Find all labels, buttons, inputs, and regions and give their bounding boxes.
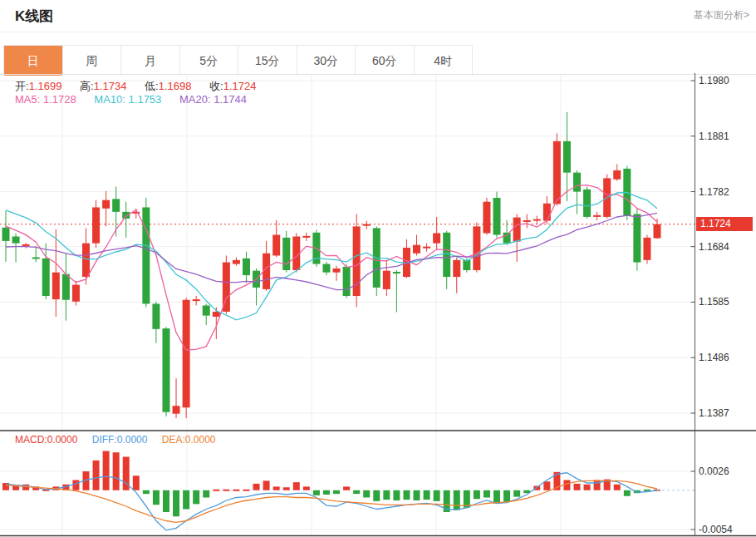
fundamental-analysis-link[interactable]: 基本面分析>: [694, 8, 749, 22]
candle-body: [183, 300, 190, 408]
tab-60min[interactable]: 60分: [356, 46, 415, 76]
tab-month[interactable]: 月: [121, 46, 180, 76]
close-label: 收:: [209, 80, 223, 92]
candle-body: [62, 274, 70, 300]
candle-body: [473, 226, 480, 270]
ma-line-20: [6, 213, 657, 289]
macd-readout: MACD:0.0000 DIFF:0.0000 DEA:0.0000: [15, 434, 227, 446]
macd-bar: [363, 490, 370, 498]
candle-body: [393, 272, 400, 273]
candle-body: [282, 238, 290, 270]
tab-4hour[interactable]: 4时: [415, 46, 474, 76]
low-value: 1.1698: [159, 80, 192, 92]
kline-chart[interactable]: 1.19801.18811.17821.16841.15851.14861.13…: [0, 73, 756, 537]
period-tabbar: 日 周 月 5分 15分 30分 60分 4时: [3, 45, 473, 75]
candle-body: [52, 273, 60, 299]
macd-bar: [313, 490, 320, 495]
macd-bar: [143, 490, 150, 494]
macd-bar: [353, 490, 360, 494]
macd-bar: [393, 490, 400, 500]
candle-body: [142, 207, 150, 303]
open-value: 1.1699: [29, 80, 62, 92]
ma5-value: 1.1728: [43, 93, 76, 106]
y-axis-label: 1.1585: [699, 296, 729, 308]
macd-axis-label: 0.0026: [699, 466, 729, 477]
macd-bar: [594, 480, 601, 490]
macd-bar: [283, 487, 290, 490]
macd-bar: [373, 490, 380, 501]
candle-body: [573, 173, 581, 192]
header-divider: [0, 32, 756, 32]
candle-body: [513, 218, 521, 242]
macd-bar: [173, 490, 179, 517]
candle-body: [593, 215, 601, 217]
candle-body: [72, 285, 80, 302]
candle-body: [423, 247, 430, 249]
tab-15min[interactable]: 15分: [238, 46, 297, 76]
macd-bar: [434, 490, 440, 501]
macd-bar: [223, 490, 229, 491]
candle-body: [42, 259, 50, 296]
macd-bar: [253, 484, 260, 490]
candle-body: [152, 303, 160, 328]
candle-body: [233, 260, 240, 264]
macd-bar: [72, 480, 79, 490]
price-axis: 1.19801.18811.17821.16841.15851.14861.13…: [691, 73, 734, 536]
macd-bar: [403, 490, 410, 500]
macd-bar: [153, 490, 160, 505]
candle-body: [22, 244, 30, 246]
candle-body: [102, 200, 110, 209]
candle-body: [533, 219, 541, 221]
candle-body: [553, 141, 561, 204]
candle-body: [493, 198, 501, 235]
macd-bar: [543, 481, 550, 490]
ma-lines-layer: [6, 185, 657, 351]
ma20-label: MA20:: [179, 93, 211, 106]
macd-bar: [574, 484, 581, 490]
macd-bar: [383, 490, 390, 500]
candle-body: [333, 268, 341, 273]
ma10-value: 1.1753: [129, 93, 162, 106]
macd-bar: [193, 490, 199, 505]
candle-body: [654, 224, 661, 239]
macd-bar: [163, 490, 169, 512]
macd-axis-label: -0.0054: [699, 524, 733, 535]
macd-bar: [424, 490, 430, 500]
candle-body: [483, 202, 490, 234]
macd-bar: [183, 490, 189, 510]
low-label: 低:: [145, 80, 159, 92]
macd-bar: [273, 486, 280, 490]
macd-bar: [343, 486, 350, 490]
diff-label: DIFF:: [92, 434, 117, 446]
macd-bar: [503, 490, 510, 502]
ma-readout: MA5: 1.1728 MA10: 1.1753 MA20: 1.1744: [15, 93, 262, 106]
y-axis-label: 1.1387: [699, 407, 729, 419]
macd-value: 0.0000: [47, 434, 78, 446]
y-axis-label: 1.1980: [699, 75, 729, 86]
macd-bar: [584, 485, 591, 490]
tab-5min[interactable]: 5分: [180, 46, 239, 76]
candle-body: [322, 264, 330, 273]
macd-bar: [323, 490, 330, 495]
candle-body: [443, 233, 450, 277]
macd-bar: [333, 490, 340, 494]
candle-body: [413, 245, 420, 254]
tab-week[interactable]: 周: [63, 46, 122, 76]
macd-bar: [93, 461, 100, 490]
ma5-label: MA5:: [15, 93, 40, 106]
diff-value: 0.0000: [117, 434, 148, 446]
macd-bar: [493, 490, 500, 504]
candle-body: [2, 228, 10, 241]
macd-bar: [233, 490, 239, 491]
macd-bar: [414, 490, 420, 500]
tab-30min[interactable]: 30分: [297, 46, 356, 76]
candle-body: [302, 236, 310, 238]
tab-day[interactable]: 日: [4, 46, 63, 76]
macd-bar: [474, 490, 480, 500]
candle-body: [453, 260, 460, 277]
macd-bar: [103, 451, 110, 490]
dea-label: DEA:: [162, 434, 185, 446]
macd-bar: [203, 490, 209, 498]
candle-body: [643, 238, 650, 260]
candle-body: [193, 299, 200, 301]
